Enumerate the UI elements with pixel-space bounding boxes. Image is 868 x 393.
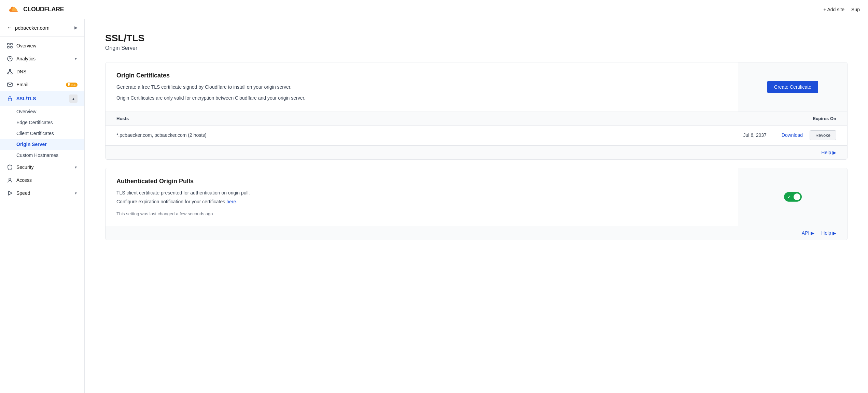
origin-cert-help-link[interactable]: Help ▶ (821, 150, 836, 155)
svg-point-5 (9, 69, 11, 71)
page-subtitle: Origin Server (105, 45, 848, 51)
sidebar: ← pcbaecker.com ▶ Overview Analytics ▼ (0, 19, 85, 393)
ssltls-collapse-button[interactable]: ▲ (69, 94, 78, 103)
col-hosts-header: Hosts (106, 112, 472, 126)
svg-line-9 (10, 71, 12, 73)
sidebar-item-security-label: Security (16, 164, 71, 170)
security-chevron-icon: ▼ (74, 165, 78, 169)
topnav-left: CLOUDFLARE (8, 5, 64, 14)
cloudflare-logo: CLOUDFLARE (8, 5, 64, 14)
add-site-button[interactable]: + Add site (823, 7, 844, 12)
back-arrow-icon[interactable]: ← (7, 25, 12, 31)
main-content: SSL/TLS Origin Server Origin Certificate… (85, 19, 868, 393)
email-beta-badge: Beta (66, 83, 78, 87)
revoke-button[interactable]: Revoke (810, 130, 836, 140)
analytics-chevron-icon: ▼ (74, 57, 78, 61)
svg-point-6 (8, 73, 9, 74)
sidebar-item-analytics-label: Analytics (16, 56, 71, 61)
svg-point-12 (9, 178, 11, 180)
origin-certificates-right: Create Certificate (738, 62, 847, 112)
sidebar-item-dns[interactable]: DNS (0, 65, 84, 78)
cert-expires-cell: Jul 6, 2037 Download Revoke (472, 125, 847, 145)
certificates-table-element: Hosts Expires On *.pcbaecker.com, pcbaec… (106, 112, 847, 145)
aop-body: Authenticated Origin Pulls TLS client ce… (106, 168, 847, 226)
origin-certificates-desc2: Origin Certificates are only valid for e… (116, 94, 727, 102)
domain-chevron-icon: ▶ (74, 25, 78, 30)
authenticated-origin-pulls-card: Authenticated Origin Pulls TLS client ce… (105, 168, 848, 240)
sidebar-item-overview-label: Overview (16, 43, 78, 48)
create-certificate-button[interactable]: Create Certificate (767, 81, 818, 93)
access-icon (7, 177, 13, 183)
origin-certificates-desc1: Generate a free TLS certificate signed b… (116, 83, 727, 91)
aop-footer: API ▶ Help ▶ (106, 226, 847, 240)
ssltls-submenu: Overview Edge Certificates Client Certif… (0, 106, 84, 161)
table-row: *.pcbaecker.com, pcbaecker.com (2 hosts)… (106, 125, 847, 145)
sidebar-item-overview[interactable]: Overview (0, 39, 84, 52)
speed-icon (7, 190, 13, 196)
aop-api-link[interactable]: API ▶ (802, 230, 814, 236)
security-icon (7, 164, 13, 170)
support-button[interactable]: Sup (851, 7, 860, 12)
sidebar-item-ssltls[interactable]: SSL/TLS ▲ (0, 91, 84, 106)
origin-certificates-title: Origin Certificates (116, 72, 727, 79)
sidebar-item-speed-label: Speed (16, 190, 71, 196)
cert-expires-value: Jul 6, 2037 (743, 132, 767, 138)
aop-desc2: Configure expiration notification for yo… (116, 198, 727, 205)
svg-rect-2 (8, 46, 9, 48)
sidebar-item-client-certificates[interactable]: Client Certificates (0, 128, 84, 139)
aop-toggle[interactable]: ✓ (784, 192, 802, 202)
sidebar-item-access-label: Access (16, 177, 78, 183)
sidebar-item-custom-hostnames[interactable]: Custom Hostnames (0, 150, 84, 161)
origin-certificates-left: Origin Certificates Generate a free TLS … (106, 62, 738, 112)
sidebar-item-analytics[interactable]: Analytics ▼ (0, 52, 84, 65)
svg-marker-13 (9, 191, 12, 195)
sidebar-item-ssltls-label: SSL/TLS (16, 96, 66, 101)
topnav: CLOUDFLARE + Add site Sup (0, 0, 868, 19)
cert-hosts-cell: *.pcbaecker.com, pcbaecker.com (2 hosts) (106, 125, 472, 145)
toggle-knob (794, 193, 800, 200)
sidebar-item-dns-label: DNS (16, 69, 78, 74)
cert-actions: Download Revoke (782, 132, 836, 138)
sidebar-item-edge-certificates[interactable]: Edge Certificates (0, 117, 84, 128)
aop-status-text: This setting was last changed a few seco… (116, 211, 727, 216)
sidebar-domain[interactable]: ← pcbaecker.com ▶ (0, 19, 84, 37)
dns-icon (7, 69, 13, 75)
aop-desc2-prefix: Configure expiration notification for yo… (116, 199, 226, 204)
sidebar-item-email[interactable]: Email Beta (0, 78, 84, 91)
aop-help-link[interactable]: Help ▶ (821, 230, 836, 236)
col-expires-header: Expires On (472, 112, 847, 126)
svg-rect-0 (8, 43, 9, 45)
sidebar-item-access[interactable]: Access (0, 174, 84, 187)
page-title: SSL/TLS (105, 33, 848, 44)
origin-certificates-body: Origin Certificates Generate a free TLS … (106, 62, 847, 112)
sidebar-item-speed[interactable]: Speed ▼ (0, 187, 84, 200)
sidebar-domain-left: ← pcbaecker.com (7, 25, 50, 31)
cloudflare-logo-icon (8, 5, 20, 14)
sidebar-item-ssl-overview[interactable]: Overview (0, 106, 84, 117)
sidebar-item-email-label: Email (16, 82, 62, 87)
sidebar-item-origin-server[interactable]: Origin Server (0, 139, 84, 150)
svg-rect-1 (11, 43, 12, 45)
aop-toggle-container: ✓ (784, 192, 802, 202)
aop-right: ✓ (738, 168, 847, 226)
origin-certificates-card: Origin Certificates Generate a free TLS … (105, 62, 848, 160)
svg-rect-11 (8, 98, 12, 101)
domain-name: pcbaecker.com (15, 25, 50, 31)
download-link[interactable]: Download (782, 132, 803, 138)
sidebar-item-security[interactable]: Security ▼ (0, 161, 84, 174)
aop-title: Authenticated Origin Pulls (116, 178, 727, 185)
aop-here-link[interactable]: here (226, 199, 236, 204)
aop-desc1: TLS client certificate presented for aut… (116, 189, 727, 196)
speed-chevron-icon: ▼ (74, 191, 78, 195)
lock-icon (7, 96, 13, 102)
email-icon (7, 82, 13, 88)
aop-left: Authenticated Origin Pulls TLS client ce… (106, 168, 738, 226)
svg-rect-3 (11, 46, 12, 48)
svg-line-8 (8, 71, 10, 73)
main-layout: ← pcbaecker.com ▶ Overview Analytics ▼ (0, 19, 868, 393)
origin-certificates-footer: Help ▶ (106, 145, 847, 159)
certificates-table: Hosts Expires On *.pcbaecker.com, pcbaec… (106, 112, 847, 145)
cloudflare-wordmark: CLOUDFLARE (23, 6, 64, 13)
topnav-right: + Add site Sup (823, 7, 860, 12)
analytics-icon (7, 56, 13, 62)
